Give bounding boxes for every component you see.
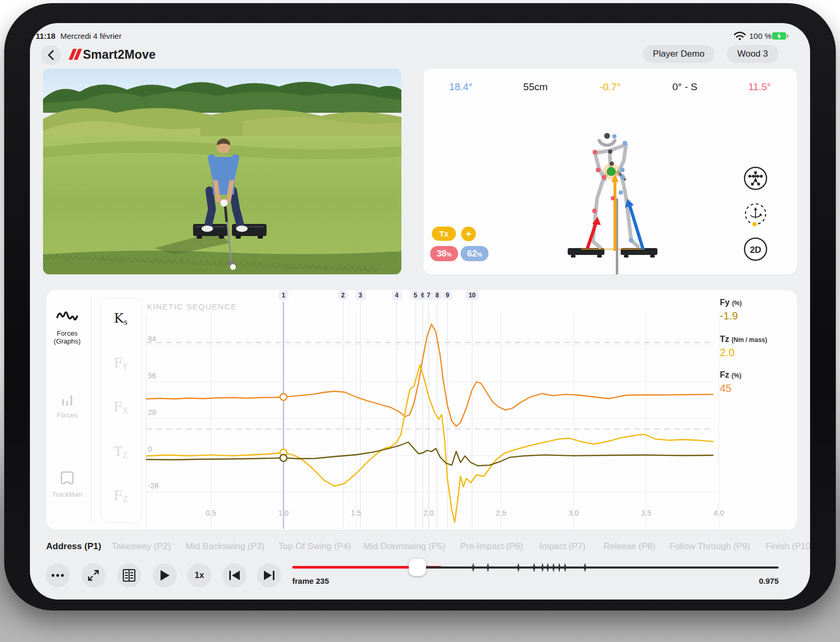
phase-tab-p6[interactable]: Pre-Impact (P6) <box>460 541 523 552</box>
selector-main: F <box>113 488 122 503</box>
curve-fy <box>146 442 713 466</box>
cursor-dot-fz <box>280 393 287 400</box>
svg-text:56: 56 <box>148 371 156 380</box>
selector-main: F <box>114 355 123 370</box>
selector-fy[interactable]: FY <box>101 355 141 371</box>
timeline-handle[interactable] <box>409 559 426 576</box>
selector-sub: X <box>123 406 128 415</box>
step-forward-icon <box>263 570 275 581</box>
status-time: 11:18 <box>36 31 56 40</box>
phase-marker-10[interactable]: 10 <box>465 291 479 300</box>
svg-text:1.5: 1.5 <box>351 509 361 517</box>
selector-main: T <box>114 444 123 459</box>
club-select-button[interactable]: Wood 3 <box>727 45 779 63</box>
skeleton-figure[interactable] <box>551 121 682 274</box>
phase-marker-1[interactable]: 1 <box>279 291 289 300</box>
trackman-icon <box>46 470 88 488</box>
expand-icon <box>88 570 99 581</box>
pose-panel: 18.4°55cm-0.7°0° - S11.5° <box>423 69 797 274</box>
report-button[interactable] <box>117 563 141 587</box>
add-overlay-button[interactable]: + <box>461 227 476 241</box>
next-frame-button[interactable] <box>257 563 281 587</box>
back-button[interactable] <box>41 45 61 65</box>
pose-metric: -0.7° <box>573 81 647 93</box>
timeline-end-value: 0.975 <box>726 576 779 585</box>
ellipsis-icon <box>51 573 65 577</box>
selector-main: F <box>113 399 122 414</box>
play-button[interactable] <box>153 563 177 587</box>
cursor-dot-fy <box>280 455 287 462</box>
battery-icon <box>772 32 789 40</box>
readout-fy: Fy (%) -1.9 <box>720 298 783 322</box>
phase-tab-p4[interactable]: Top Of Swing (P4) <box>279 541 351 552</box>
skeleton-view-icon <box>743 166 768 190</box>
left-pct-sign: % <box>446 251 452 258</box>
plus-icon: + <box>465 228 471 240</box>
fullscreen-button[interactable] <box>81 563 105 587</box>
svg-text:28: 28 <box>148 408 156 416</box>
phase-tab-p10[interactable]: Finish (P10) <box>765 541 810 552</box>
selector-sub: Z <box>123 495 128 504</box>
sidebar-item-trackman[interactable]: TrackMan <box>46 470 88 518</box>
prev-frame-button[interactable] <box>222 563 247 587</box>
right-foot-pressure-badge: 62% <box>461 246 488 261</box>
readout-tz: Tz (Nm / mass) 2.0 <box>720 335 783 359</box>
more-options-button[interactable] <box>46 563 70 587</box>
phase-tab-p8[interactable]: Release (P8) <box>603 541 655 552</box>
selector-tz[interactable]: TZ <box>101 444 141 459</box>
svg-text:-28: -28 <box>148 482 158 490</box>
phase-marker-2[interactable]: 2 <box>338 291 348 300</box>
pose-metric: 55cm <box>498 81 572 93</box>
rotate-view-button[interactable] <box>743 202 768 226</box>
bars-icon <box>46 393 88 409</box>
phase-marker-8[interactable]: 8 <box>432 291 442 300</box>
2d-view-icon: 2D <box>743 237 768 261</box>
sidebar-item-label: Forces (Graphs) <box>46 329 88 345</box>
phase-tab-p7[interactable]: Impact (P7) <box>539 541 586 552</box>
svg-text:3.5: 3.5 <box>641 509 652 517</box>
sidebar-item-forces-graphs-[interactable]: Forces (Graphs) <box>46 309 88 357</box>
selector-main: K <box>114 311 124 326</box>
selector-sub: Y <box>123 362 127 371</box>
sidebar-item-label: Forces <box>46 411 88 419</box>
chevron-left-icon <box>48 50 54 60</box>
skeleton-view-button[interactable] <box>743 166 768 190</box>
phase-marker-3[interactable]: 3 <box>356 291 366 300</box>
svg-text:3.0: 3.0 <box>569 509 579 517</box>
booklet-icon <box>123 569 135 582</box>
kinetic-sequence-plot[interactable]: 8456280-280.51.01.52.02.53.03.54.0 <box>146 302 726 530</box>
phase-marker-9[interactable]: 9 <box>442 291 452 300</box>
sidebar-item-forces[interactable]: Forces <box>46 393 88 441</box>
pose-metrics-row: 18.4°55cm-0.7°0° - S11.5° <box>423 80 797 94</box>
readout-label: Tz <box>720 335 729 344</box>
2d-view-button[interactable]: 2D <box>743 237 768 261</box>
play-icon <box>160 570 170 581</box>
curve-fz <box>146 324 713 426</box>
phase-tab-p3[interactable]: Mid Backswing (P3) <box>186 541 264 552</box>
selector-ks[interactable]: Ks <box>101 311 141 326</box>
phase-tab-p9[interactable]: Follow Through (P9) <box>669 541 750 552</box>
selector-fx[interactable]: FX <box>101 399 141 415</box>
pose-metric: 11.5° <box>722 81 797 93</box>
svg-text:2D: 2D <box>750 245 761 255</box>
swing-video[interactable] <box>43 69 401 274</box>
rate-label: 1x <box>195 571 204 580</box>
tx-toggle[interactable]: Tx <box>432 227 456 241</box>
timeline-phase-ticks <box>292 563 780 572</box>
left-foot-pressure-badge: 38% <box>430 246 458 261</box>
playback-rate-button[interactable]: 1x <box>187 563 211 587</box>
phase-tab-p2[interactable]: Takeaway (P2) <box>112 541 171 552</box>
phase-tab-p1[interactable]: Address (P1) <box>46 541 101 552</box>
readout-value: 45 <box>720 382 783 394</box>
frame-counter: frame 235 <box>292 576 329 585</box>
rotate-3d-icon <box>743 201 768 227</box>
readout-unit: (%) <box>731 372 741 379</box>
selector-fz[interactable]: FZ <box>101 488 141 504</box>
svg-text:2.0: 2.0 <box>423 509 434 517</box>
svg-text:1.0: 1.0 <box>279 509 289 517</box>
phase-marker-4[interactable]: 4 <box>392 291 402 300</box>
player-demo-button[interactable]: Player Demo <box>643 45 715 63</box>
phase-tab-p5[interactable]: Mid Downswing (P5) <box>364 541 445 552</box>
sidenav-divider <box>91 296 91 523</box>
smart2move-logo-icon <box>71 49 81 62</box>
